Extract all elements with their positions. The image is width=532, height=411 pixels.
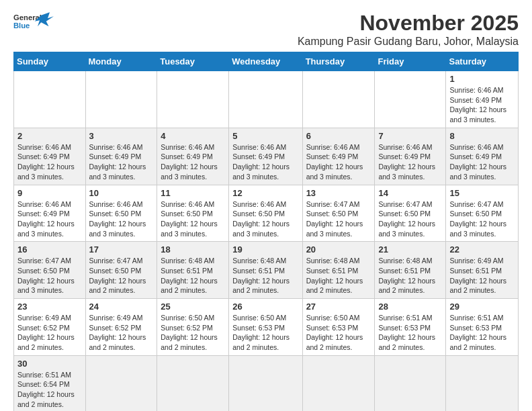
- day-info: Sunrise: 6:50 AMSunset: 6:53 PMDaylight:…: [232, 313, 298, 353]
- day-info: Sunrise: 6:46 AMSunset: 6:49 PMDaylight:…: [17, 199, 82, 239]
- day-info: Sunrise: 6:47 AMSunset: 6:50 PMDaylight:…: [378, 199, 442, 239]
- calendar-cell: 29Sunrise: 6:51 AMSunset: 6:53 PMDayligh…: [446, 299, 519, 356]
- day-number: 25: [161, 302, 225, 312]
- day-number: 26: [232, 302, 298, 312]
- calendar-cell: 16Sunrise: 6:47 AMSunset: 6:50 PMDayligh…: [14, 242, 86, 299]
- day-info: Sunrise: 6:49 AMSunset: 6:52 PMDaylight:…: [17, 313, 82, 353]
- day-info: Sunrise: 6:46 AMSunset: 6:50 PMDaylight:…: [161, 199, 225, 239]
- day-number: 28: [378, 302, 442, 312]
- weekday-header-monday: Monday: [85, 52, 157, 71]
- day-number: 18: [161, 244, 225, 255]
- calendar-cell: 6Sunrise: 6:46 AMSunset: 6:49 PMDaylight…: [302, 128, 375, 185]
- day-number: 17: [89, 244, 154, 255]
- title-area: November 2025 Kampung Pasir Gudang Baru,…: [298, 11, 519, 48]
- week-row-6: 30Sunrise: 6:51 AMSunset: 6:54 PMDayligh…: [14, 355, 519, 411]
- day-number: 14: [378, 188, 442, 198]
- day-info: Sunrise: 6:49 AMSunset: 6:51 PMDaylight:…: [449, 256, 515, 295]
- logo: General Blue: [13, 11, 54, 35]
- weekday-header-tuesday: Tuesday: [157, 52, 229, 71]
- day-info: Sunrise: 6:46 AMSunset: 6:49 PMDaylight:…: [449, 142, 515, 182]
- day-number: 22: [449, 244, 515, 255]
- month-title: November 2025: [298, 11, 519, 36]
- calendar-cell: [157, 71, 229, 128]
- calendar-cell: 30Sunrise: 6:51 AMSunset: 6:54 PMDayligh…: [14, 355, 86, 411]
- calendar-cell: [85, 71, 157, 128]
- day-info: Sunrise: 6:47 AMSunset: 6:50 PMDaylight:…: [449, 199, 515, 239]
- day-info: Sunrise: 6:49 AMSunset: 6:52 PMDaylight:…: [89, 313, 154, 353]
- calendar-cell: 9Sunrise: 6:46 AMSunset: 6:49 PMDaylight…: [14, 185, 86, 242]
- weekday-header-friday: Friday: [375, 52, 446, 71]
- calendar-cell: [85, 355, 157, 411]
- calendar-cell: 27Sunrise: 6:50 AMSunset: 6:53 PMDayligh…: [302, 299, 375, 356]
- calendar-cell: 21Sunrise: 6:48 AMSunset: 6:51 PMDayligh…: [375, 242, 446, 299]
- day-info: Sunrise: 6:46 AMSunset: 6:49 PMDaylight:…: [306, 142, 371, 182]
- day-info: Sunrise: 6:48 AMSunset: 6:51 PMDaylight:…: [232, 256, 298, 295]
- calendar-cell: 3Sunrise: 6:46 AMSunset: 6:49 PMDaylight…: [85, 128, 157, 185]
- calendar-cell: 1Sunrise: 6:46 AMSunset: 6:49 PMDaylight…: [446, 71, 519, 128]
- calendar-cell: 11Sunrise: 6:46 AMSunset: 6:50 PMDayligh…: [157, 185, 229, 242]
- calendar-cell: [302, 71, 375, 128]
- day-info: Sunrise: 6:48 AMSunset: 6:51 PMDaylight:…: [378, 256, 442, 295]
- day-info: Sunrise: 6:48 AMSunset: 6:51 PMDaylight:…: [306, 256, 371, 295]
- day-number: 23: [17, 302, 82, 312]
- calendar-cell: 7Sunrise: 6:46 AMSunset: 6:49 PMDaylight…: [375, 128, 446, 185]
- day-info: Sunrise: 6:47 AMSunset: 6:50 PMDaylight:…: [306, 199, 371, 239]
- calendar-cell: 19Sunrise: 6:48 AMSunset: 6:51 PMDayligh…: [229, 242, 302, 299]
- weekday-header-saturday: Saturday: [446, 52, 519, 71]
- day-number: 1: [449, 74, 515, 84]
- day-info: Sunrise: 6:46 AMSunset: 6:49 PMDaylight:…: [449, 85, 515, 125]
- day-number: 30: [17, 359, 82, 369]
- calendar-cell: 26Sunrise: 6:50 AMSunset: 6:53 PMDayligh…: [229, 299, 302, 356]
- day-number: 9: [17, 188, 82, 198]
- calendar-cell: 28Sunrise: 6:51 AMSunset: 6:53 PMDayligh…: [375, 299, 446, 356]
- day-number: 19: [232, 244, 298, 255]
- calendar-cell: [375, 355, 446, 411]
- week-row-1: 1Sunrise: 6:46 AMSunset: 6:49 PMDaylight…: [14, 71, 519, 128]
- day-info: Sunrise: 6:50 AMSunset: 6:52 PMDaylight:…: [161, 313, 225, 353]
- day-number: 8: [449, 131, 515, 141]
- day-info: Sunrise: 6:46 AMSunset: 6:50 PMDaylight:…: [232, 199, 298, 239]
- day-number: 24: [89, 302, 154, 312]
- day-info: Sunrise: 6:47 AMSunset: 6:50 PMDaylight:…: [89, 256, 154, 295]
- day-number: 15: [449, 188, 515, 198]
- header: General Blue November 2025 Kampung Pasir…: [13, 11, 519, 48]
- calendar-cell: 23Sunrise: 6:49 AMSunset: 6:52 PMDayligh…: [14, 299, 86, 356]
- svg-text:Blue: Blue: [13, 21, 30, 30]
- day-info: Sunrise: 6:46 AMSunset: 6:50 PMDaylight:…: [89, 199, 154, 239]
- day-number: 27: [306, 302, 371, 312]
- calendar-cell: 15Sunrise: 6:47 AMSunset: 6:50 PMDayligh…: [446, 185, 519, 242]
- calendar-cell: 5Sunrise: 6:46 AMSunset: 6:49 PMDaylight…: [229, 128, 302, 185]
- calendar-cell: [157, 355, 229, 411]
- day-number: 4: [161, 131, 225, 141]
- day-number: 11: [161, 188, 225, 198]
- calendar-cell: 22Sunrise: 6:49 AMSunset: 6:51 PMDayligh…: [446, 242, 519, 299]
- day-info: Sunrise: 6:47 AMSunset: 6:50 PMDaylight:…: [17, 256, 82, 295]
- day-info: Sunrise: 6:46 AMSunset: 6:49 PMDaylight:…: [232, 142, 298, 182]
- calendar-cell: 14Sunrise: 6:47 AMSunset: 6:50 PMDayligh…: [375, 185, 446, 242]
- weekday-header-sunday: Sunday: [14, 52, 86, 71]
- week-row-4: 16Sunrise: 6:47 AMSunset: 6:50 PMDayligh…: [14, 242, 519, 299]
- day-number: 21: [378, 244, 442, 255]
- calendar-cell: 2Sunrise: 6:46 AMSunset: 6:49 PMDaylight…: [14, 128, 86, 185]
- day-info: Sunrise: 6:46 AMSunset: 6:49 PMDaylight:…: [17, 142, 82, 182]
- day-number: 12: [232, 188, 298, 198]
- calendar-cell: 8Sunrise: 6:46 AMSunset: 6:49 PMDaylight…: [446, 128, 519, 185]
- day-info: Sunrise: 6:51 AMSunset: 6:53 PMDaylight:…: [378, 313, 442, 353]
- calendar-cell: [375, 71, 446, 128]
- day-info: Sunrise: 6:46 AMSunset: 6:49 PMDaylight:…: [161, 142, 225, 182]
- calendar-cell: 13Sunrise: 6:47 AMSunset: 6:50 PMDayligh…: [302, 185, 375, 242]
- calendar-cell: [446, 355, 519, 411]
- calendar-cell: [229, 355, 302, 411]
- day-number: 5: [232, 131, 298, 141]
- weekday-header-thursday: Thursday: [302, 52, 375, 71]
- generalblue-logo: General Blue: [13, 11, 54, 35]
- day-info: Sunrise: 6:46 AMSunset: 6:49 PMDaylight:…: [89, 142, 154, 182]
- calendar-table: SundayMondayTuesdayWednesdayThursdayFrid…: [13, 52, 519, 411]
- day-number: 2: [17, 131, 82, 141]
- calendar-cell: 17Sunrise: 6:47 AMSunset: 6:50 PMDayligh…: [85, 242, 157, 299]
- weekday-header-wednesday: Wednesday: [229, 52, 302, 71]
- calendar-cell: [14, 71, 86, 128]
- day-number: 29: [449, 302, 515, 312]
- location-subtitle: Kampung Pasir Gudang Baru, Johor, Malays…: [298, 36, 519, 48]
- calendar-cell: 4Sunrise: 6:46 AMSunset: 6:49 PMDaylight…: [157, 128, 229, 185]
